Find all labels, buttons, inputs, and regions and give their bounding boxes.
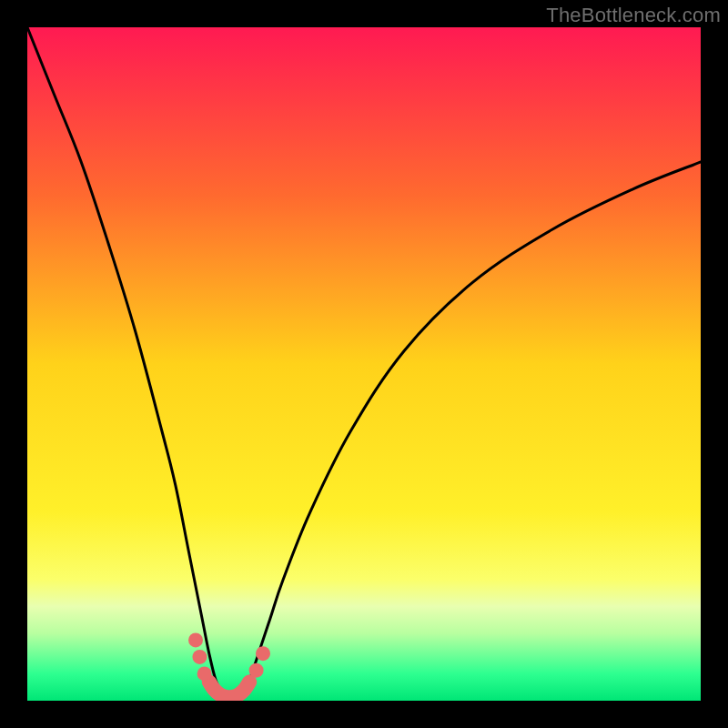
watermark-text: TheBottleneck.com (546, 4, 721, 27)
dip-marker (192, 650, 207, 664)
dip-marker (256, 646, 270, 661)
chart-frame: TheBottleneck.com (0, 0, 728, 728)
dip-marker (188, 632, 203, 647)
plot-area (27, 27, 701, 701)
dip-marker (197, 666, 212, 681)
chart-svg (27, 27, 701, 701)
gradient-background (27, 27, 701, 701)
dip-marker (249, 663, 264, 678)
